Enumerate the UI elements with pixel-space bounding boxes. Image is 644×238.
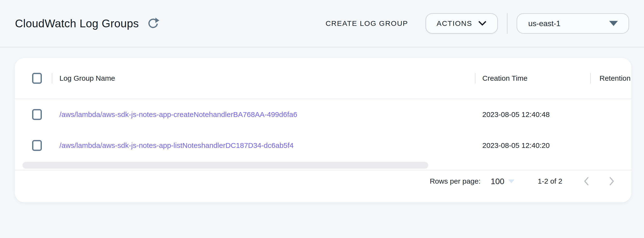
horizontal-scrollbar[interactable] (22, 162, 428, 169)
region-select[interactable]: us-east-1 (517, 13, 629, 34)
next-page-button[interactable] (606, 174, 618, 188)
region-select-value: us-east-1 (528, 19, 560, 28)
refresh-button[interactable] (146, 17, 160, 30)
rows-per-page-select[interactable]: 100 (491, 177, 515, 186)
pagination-bar: Rows per page: 100 1-2 of 2 (15, 170, 632, 192)
pagination-range-label: 1-2 of 2 (538, 177, 562, 185)
log-groups-card: Log Group Name Creation Time Retention /… (15, 58, 632, 202)
column-header-retention: Retention (600, 74, 630, 82)
rows-per-page-label: Rows per page: (430, 177, 480, 185)
table-row: /aws/lambda/aws-sdk-js-notes-app-listNot… (15, 130, 632, 161)
caret-down-icon (609, 21, 618, 26)
header-divider (507, 13, 508, 34)
column-header-log-group-name: Log Group Name (60, 74, 115, 82)
column-divider (52, 73, 52, 84)
creation-time-value: 2023-08-05 12:40:48 (482, 110, 550, 119)
chevron-left-icon (582, 176, 590, 186)
column-divider (475, 73, 476, 84)
actions-button[interactable]: ACTIONS (426, 13, 498, 34)
actions-button-label: ACTIONS (437, 19, 472, 28)
log-group-link[interactable]: /aws/lambda/aws-sdk-js-notes-app-listNot… (60, 141, 294, 150)
row-checkbox[interactable] (32, 140, 42, 151)
select-all-checkbox[interactable] (32, 73, 42, 84)
refresh-icon (147, 17, 159, 30)
topbar: CloudWatch Log Groups CREATE LOG GROUP A… (0, 0, 644, 47)
column-header-creation-time: Creation Time (482, 74, 528, 82)
rows-per-page-value: 100 (491, 177, 504, 186)
table-row: /aws/lambda/aws-sdk-js-notes-app-createN… (15, 99, 632, 130)
horizontal-scrollbar-track (15, 161, 632, 170)
previous-page-button[interactable] (581, 174, 592, 188)
page-title: CloudWatch Log Groups (15, 17, 139, 30)
creation-time-value: 2023-08-05 12:40:20 (482, 141, 550, 150)
table-header-row: Log Group Name Creation Time Retention (15, 58, 632, 99)
chevron-right-icon (608, 176, 616, 186)
chevron-down-icon (478, 20, 487, 26)
create-log-group-button[interactable]: CREATE LOG GROUP (323, 15, 410, 32)
caret-down-icon (508, 180, 514, 183)
column-divider (590, 73, 591, 84)
row-checkbox[interactable] (32, 109, 42, 120)
log-group-link[interactable]: /aws/lambda/aws-sdk-js-notes-app-createN… (60, 110, 297, 119)
